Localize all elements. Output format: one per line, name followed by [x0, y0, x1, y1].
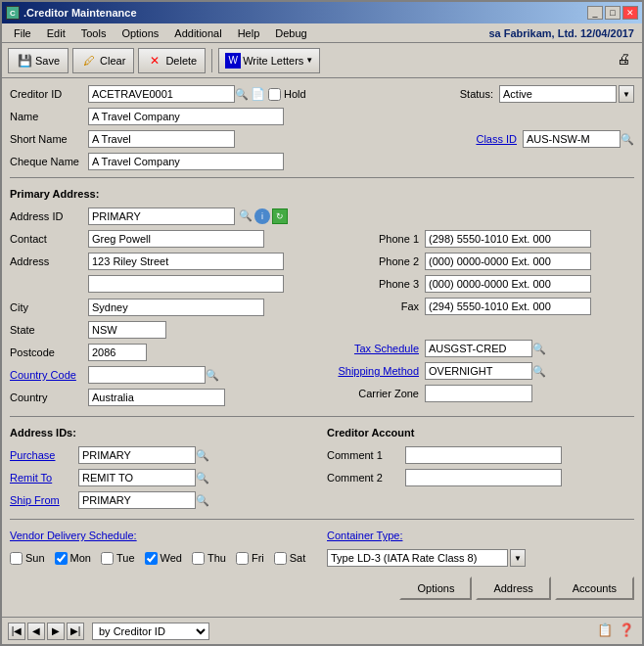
- save-button[interactable]: 💾 Save: [8, 48, 69, 73]
- name-input[interactable]: [88, 108, 284, 125]
- short-name-input[interactable]: [88, 130, 235, 148]
- hold-label: Hold: [284, 88, 306, 100]
- class-id-label[interactable]: Class ID: [464, 133, 523, 145]
- mon-checkbox[interactable]: [55, 552, 68, 565]
- purchase-search-icon[interactable]: 🔍: [196, 448, 209, 462]
- hold-checkbox[interactable]: [268, 88, 281, 101]
- menu-file[interactable]: File: [6, 25, 39, 41]
- country-input[interactable]: [88, 389, 225, 406]
- options-button[interactable]: Options: [399, 577, 472, 600]
- delete-icon: ✕: [147, 53, 162, 69]
- tax-schedule-input[interactable]: [425, 340, 532, 357]
- carrier-zone-input[interactable]: [425, 385, 532, 402]
- phone1-label: Phone 1: [327, 233, 425, 245]
- close-button[interactable]: ✕: [622, 6, 638, 20]
- purchase-label[interactable]: Purchase: [10, 449, 78, 461]
- postcode-input[interactable]: [88, 344, 147, 361]
- shipping-method-input[interactable]: [425, 362, 532, 380]
- creditor-id-input[interactable]: [88, 85, 235, 103]
- ship-from-input[interactable]: [78, 491, 196, 509]
- class-id-search-icon[interactable]: 🔍: [621, 132, 634, 146]
- address-ids-section: Address IDs: Purchase 🔍 Remit To 🔍 Ship …: [10, 423, 634, 513]
- address-arrow-icon[interactable]: ↻: [272, 208, 288, 224]
- address-button[interactable]: Address: [476, 577, 550, 600]
- nav-info-icon[interactable]: ❓: [619, 623, 636, 640]
- delete-button[interactable]: ✕ Delete: [138, 48, 206, 73]
- status-input[interactable]: [499, 85, 617, 103]
- city-input[interactable]: [88, 299, 264, 316]
- fax-input[interactable]: [425, 298, 591, 315]
- app-icon: C: [6, 6, 20, 20]
- clear-button[interactable]: 🖊 Clear: [72, 48, 134, 73]
- menu-edit[interactable]: Edit: [39, 25, 73, 41]
- print-icon[interactable]: 🖨: [617, 51, 636, 70]
- sun-checkbox[interactable]: [10, 552, 23, 565]
- container-type-label[interactable]: Container Type:: [327, 530, 405, 541]
- ship-from-search-icon[interactable]: 🔍: [196, 493, 209, 507]
- creditor-id-search-icon[interactable]: 🔍: [235, 87, 249, 101]
- menu-additional[interactable]: Additional: [166, 25, 229, 41]
- cheque-name-input[interactable]: [88, 153, 284, 170]
- menu-tools[interactable]: Tools: [73, 25, 115, 41]
- nav-help-icon[interactable]: 📋: [597, 623, 615, 640]
- maximize-button[interactable]: □: [605, 6, 621, 20]
- vendor-delivery-label[interactable]: Vendor Delivery Schedule:: [10, 530, 137, 541]
- carrier-zone-row: Carrier Zone: [327, 384, 634, 403]
- nav-next-button[interactable]: ▶: [47, 623, 65, 640]
- creditor-id-doc-icon[interactable]: 📄: [251, 87, 264, 101]
- phone1-input[interactable]: [425, 230, 591, 248]
- country-code-input[interactable]: [88, 366, 206, 384]
- contact-input[interactable]: [88, 230, 264, 248]
- minimize-button[interactable]: _: [587, 6, 603, 20]
- status-dropdown-button[interactable]: ▼: [619, 85, 634, 103]
- comment1-input[interactable]: [405, 446, 562, 464]
- primary-address-header-row: Primary Address:: [10, 184, 634, 204]
- sun-label: Sun: [25, 552, 45, 564]
- shipping-method-search-icon[interactable]: 🔍: [532, 364, 546, 378]
- address-search-icon[interactable]: 🔍: [239, 208, 253, 222]
- wed-checkbox[interactable]: [145, 552, 158, 565]
- nav-last-button[interactable]: ▶|: [67, 623, 84, 640]
- nav-sort-select[interactable]: by Creditor ID: [92, 623, 209, 640]
- sat-group: Sat: [274, 552, 306, 565]
- window-title: .Creditor Maintenance: [23, 7, 137, 19]
- write-letters-button[interactable]: W Write Letters ▼: [218, 48, 320, 73]
- thu-checkbox[interactable]: [192, 552, 205, 565]
- ship-from-label[interactable]: Ship From: [10, 494, 78, 506]
- status-label: Status:: [440, 88, 499, 100]
- title-bar-left: C .Creditor Maintenance: [6, 6, 137, 20]
- remit-to-input[interactable]: [78, 469, 196, 486]
- menu-debug[interactable]: Debug: [267, 25, 314, 41]
- country-code-label[interactable]: Country Code: [10, 369, 88, 381]
- container-dropdown-button[interactable]: ▼: [510, 549, 526, 567]
- sat-checkbox[interactable]: [274, 552, 287, 565]
- class-id-input[interactable]: [523, 130, 621, 148]
- purchase-input[interactable]: [78, 446, 196, 464]
- accounts-button[interactable]: Accounts: [555, 577, 634, 600]
- container-input[interactable]: [327, 549, 508, 567]
- left-column: Contact Address City State: [10, 229, 317, 410]
- country-code-search-icon[interactable]: 🔍: [206, 368, 219, 382]
- right-column: Phone 1 Phone 2 Phone 3 Fax: [327, 229, 634, 410]
- tax-schedule-search-icon[interactable]: 🔍: [532, 342, 546, 355]
- shipping-method-label[interactable]: Shipping Method: [327, 365, 425, 377]
- mon-group: Mon: [55, 552, 91, 565]
- fri-checkbox[interactable]: [236, 552, 249, 565]
- menu-options[interactable]: Options: [114, 25, 166, 41]
- tue-checkbox[interactable]: [101, 552, 114, 565]
- phone2-input[interactable]: [425, 253, 591, 270]
- tax-schedule-label[interactable]: Tax Schedule: [327, 343, 425, 354]
- remit-to-label[interactable]: Remit To: [10, 472, 78, 484]
- state-input[interactable]: [88, 321, 166, 339]
- phone3-input[interactable]: [425, 275, 591, 293]
- nav-first-button[interactable]: |◀: [8, 623, 25, 640]
- nav-prev-button[interactable]: ◀: [27, 623, 45, 640]
- menu-help[interactable]: Help: [230, 25, 268, 41]
- address-input[interactable]: [88, 253, 284, 270]
- creditor-id-label: Creditor ID: [10, 88, 88, 100]
- address-id-input[interactable]: [88, 208, 235, 225]
- remit-to-search-icon[interactable]: 🔍: [196, 471, 209, 484]
- address-input-2[interactable]: [88, 275, 284, 293]
- comment2-input[interactable]: [405, 469, 562, 486]
- address-info-icon[interactable]: i: [254, 208, 270, 224]
